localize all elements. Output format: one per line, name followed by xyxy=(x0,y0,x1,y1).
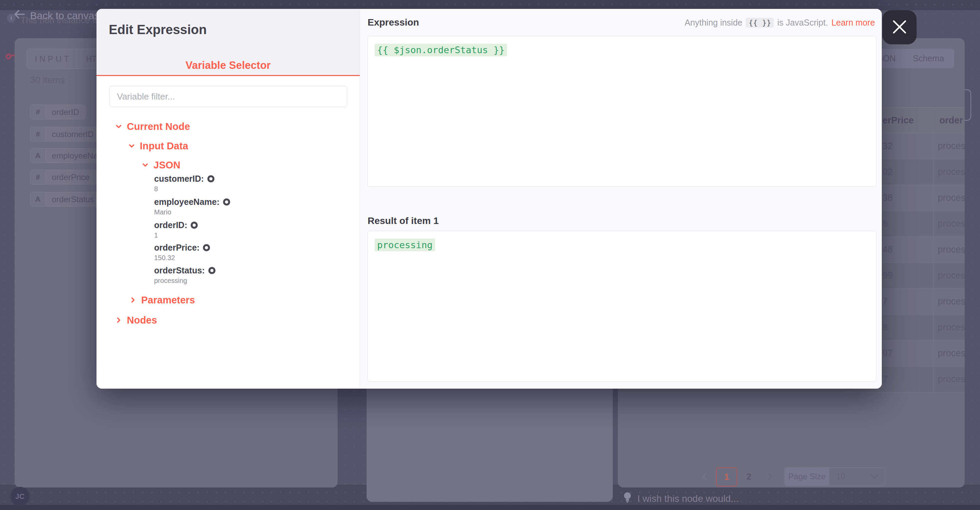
cell-orderstatus: proces xyxy=(938,315,965,340)
tree-field-value: processing xyxy=(154,277,187,284)
modal-title: Edit Expression xyxy=(109,22,207,37)
variable-selector-tab[interactable]: Variable Selector xyxy=(97,59,360,71)
n8n-ndv-screen: This n8n instance is i Back to canvas IN… xyxy=(0,0,980,510)
tree-node-json[interactable]: JSON xyxy=(142,160,180,171)
tree-field-orderstatus[interactable]: orderStatus: xyxy=(154,265,215,275)
chevron-down-icon xyxy=(142,160,149,171)
column-divider xyxy=(933,289,934,314)
tree-node-label: JSON xyxy=(153,160,180,171)
page-1-button[interactable]: 1 xyxy=(716,467,737,486)
feedback-input[interactable]: I wish this node would... xyxy=(623,492,738,505)
result-value: processing xyxy=(375,238,435,251)
insert-variable-icon[interactable] xyxy=(207,175,215,183)
tree-field-orderprice[interactable]: orderPrice: xyxy=(154,243,210,253)
page-2-button[interactable]: 2 xyxy=(746,467,751,486)
cell-orderprice: 38 xyxy=(883,185,893,211)
chevron-right-icon xyxy=(130,294,137,306)
column-divider xyxy=(933,133,934,159)
column-divider xyxy=(933,367,934,392)
variable-selector-column: Edit Expression Variable Selector Curren… xyxy=(97,9,360,389)
column-divider xyxy=(933,263,934,288)
tree-node-current-node[interactable]: Current Node xyxy=(115,121,190,132)
page-size-value: 10 xyxy=(836,472,845,481)
column-divider xyxy=(933,315,934,340)
number-type-icon: # xyxy=(30,105,46,119)
column-divider xyxy=(933,185,934,211)
column-divider xyxy=(933,340,934,366)
tree-node-nodes[interactable]: Nodes xyxy=(115,315,157,326)
column-divider xyxy=(933,108,934,133)
tree-field-label: orderStatus: xyxy=(154,265,205,275)
string-type-icon: A xyxy=(30,192,46,207)
tab-schema[interactable]: Schema xyxy=(913,49,944,68)
insert-variable-icon[interactable] xyxy=(223,199,230,206)
tree-field-label: customerID: xyxy=(154,174,204,184)
tree-field-value: 150.32 xyxy=(154,254,175,262)
back-to-canvas-button[interactable]: Back to canvas xyxy=(14,10,99,21)
tree-node-parameters[interactable]: Parameters xyxy=(130,294,195,306)
cell-orderstatus: proces xyxy=(938,237,965,262)
tab-input[interactable]: INPUT xyxy=(27,49,77,68)
bottom-edge-strip xyxy=(0,505,980,510)
insert-variable-icon[interactable] xyxy=(203,244,210,251)
insert-variable-icon[interactable] xyxy=(191,222,198,229)
chevron-down-icon xyxy=(115,121,122,132)
cell-orderprice: 32 xyxy=(883,133,893,159)
tree-field-value: 1 xyxy=(154,232,158,239)
schema-field-customerid[interactable]: # customerID xyxy=(30,127,100,141)
next-page-icon[interactable] xyxy=(767,472,774,482)
cell-orderstatus: proces xyxy=(938,133,965,159)
cell-orderprice: 99 xyxy=(883,263,893,288)
tree-field-label: orderPrice: xyxy=(154,243,199,253)
input-items-count: 30 items xyxy=(30,75,65,86)
insert-variable-icon[interactable] xyxy=(208,267,215,274)
page-size-label: Page Size xyxy=(785,468,829,485)
cell-orderstatus: proces xyxy=(938,211,965,237)
cell-orderstatus: proces xyxy=(938,340,965,366)
schema-field-orderprice[interactable]: # orderPrice xyxy=(30,170,96,184)
column-divider xyxy=(933,159,934,185)
expression-label: Expression xyxy=(368,17,419,28)
cell-orderstatus: proces xyxy=(938,289,965,314)
modal-header: Edit Expression Variable Selector xyxy=(97,9,360,76)
expression-code: {{ $json.orderStatus }} xyxy=(375,44,507,56)
user-avatar[interactable]: JC xyxy=(11,487,30,506)
tree-field-value: 8 xyxy=(154,185,158,193)
expression-hint: Anything inside {{ }} is JavaScript. Lea… xyxy=(685,18,875,28)
tree-field-label: employeeName: xyxy=(154,197,220,207)
tree-node-input-data[interactable]: Input Data xyxy=(128,140,188,152)
tree-field-employeename[interactable]: employeeName: xyxy=(154,197,230,207)
tree-field-customerid[interactable]: customerID: xyxy=(154,174,215,184)
result-label: Result of item 1 xyxy=(368,216,439,226)
close-modal-button[interactable] xyxy=(883,10,916,44)
cell-orderstatus: proces xyxy=(938,159,965,185)
back-to-canvas-label: Back to canvas xyxy=(30,10,99,21)
tree-node-label: Parameters xyxy=(141,294,195,306)
column-divider xyxy=(933,211,934,237)
expression-result: processing xyxy=(368,231,877,382)
expression-editor[interactable]: {{ $json.orderStatus }} xyxy=(368,36,877,187)
schema-field-orderstatus[interactable]: A orderStatus xyxy=(30,192,100,207)
schema-field-name: orderPrice xyxy=(46,170,96,184)
number-type-icon: # xyxy=(30,127,46,141)
schema-field-orderid[interactable]: # orderID 1 xyxy=(30,105,100,119)
cell-orderprice: 7 xyxy=(883,289,888,314)
cell-orderprice: 6 xyxy=(883,211,888,237)
learn-more-link[interactable]: Learn more xyxy=(831,18,875,28)
hint-text: Anything inside xyxy=(685,18,743,28)
variable-filter-input[interactable] xyxy=(109,86,347,107)
string-type-icon: A xyxy=(30,148,46,163)
cell-orderstatus: proces xyxy=(938,263,965,288)
column-divider xyxy=(933,237,934,262)
previous-page-icon[interactable] xyxy=(701,472,708,482)
cell-orderprice: 7 xyxy=(883,367,888,392)
edit-expression-modal: Edit Expression Variable Selector Curren… xyxy=(97,9,882,389)
output-pagination: 1 2 Page Size 10 xyxy=(618,467,965,486)
tree-field-orderid[interactable]: orderID: xyxy=(154,220,198,230)
feedback-placeholder: I wish this node would... xyxy=(637,493,738,504)
chevron-right-icon xyxy=(115,315,122,326)
page-size-select[interactable]: Page Size 10 xyxy=(784,467,885,486)
column-header-orderprice: erPrice xyxy=(883,108,914,133)
schema-field-name: orderStatus xyxy=(46,192,100,207)
column-header-orderstatus: order xyxy=(939,108,963,133)
